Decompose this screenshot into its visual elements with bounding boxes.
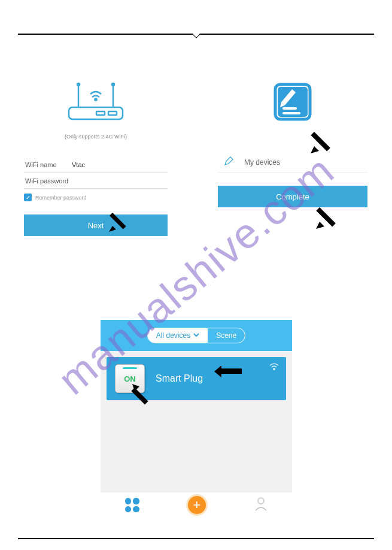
app-screen: All devices Scene ON Smart Plug + (101, 320, 292, 518)
tab-all-devices[interactable]: All devices (148, 328, 208, 343)
device-list: ON Smart Plug (101, 351, 292, 492)
rename-panel: My devices Complete (218, 81, 367, 207)
tab-all-label: All devices (156, 331, 190, 340)
wifi-name-label: WiFi name (25, 161, 66, 168)
pencil-icon[interactable] (224, 156, 233, 168)
wifi-note: (Only supports 2.4G WiFi) (24, 134, 168, 140)
tab-scene[interactable]: Scene (208, 328, 245, 343)
svg-rect-5 (96, 111, 105, 115)
svg-point-1 (77, 83, 80, 86)
arrow-annotation (129, 382, 155, 408)
svg-point-3 (112, 83, 114, 86)
nav-home-icon[interactable] (125, 498, 139, 512)
bottom-nav: + (101, 492, 292, 518)
page-rule-bottom (18, 538, 374, 539)
note-edit-icon (272, 81, 314, 123)
svg-marker-20 (316, 222, 324, 229)
svg-point-15 (258, 498, 264, 504)
next-button[interactable]: Next (24, 214, 168, 236)
remember-label: Remember password (35, 195, 87, 201)
svg-rect-25 (131, 388, 148, 404)
wifi-name-field[interactable]: WiFi name Vtac (24, 158, 168, 173)
tab-segment: All devices Scene (147, 328, 245, 343)
svg-rect-6 (108, 111, 117, 115)
complete-button[interactable]: Complete (218, 186, 367, 207)
remember-checkbox[interactable]: ✓ (24, 194, 32, 201)
app-header: All devices Scene (101, 320, 292, 351)
nav-profile-icon[interactable] (254, 497, 268, 513)
svg-point-7 (95, 98, 96, 100)
wifi-password-field[interactable]: WiFi password (24, 174, 168, 189)
svg-marker-18 (311, 146, 319, 153)
wifi-password-label: WiFi password (25, 177, 68, 185)
wifi-setup-panel: (Only supports 2.4G WiFi) WiFi name Vtac… (24, 81, 168, 236)
wifi-icon (269, 362, 279, 373)
device-card-title: Smart Plug (156, 373, 203, 384)
arrow-annotation (108, 208, 135, 235)
tab-scene-label: Scene (216, 331, 236, 340)
nav-add-button[interactable]: + (188, 496, 206, 514)
svg-marker-16 (109, 226, 116, 232)
remember-row[interactable]: ✓ Remember password (24, 194, 168, 201)
arrow-annotation (214, 358, 243, 382)
router-icon (63, 81, 129, 123)
page-rule-top (18, 34, 374, 35)
chevron-down-icon (193, 331, 199, 340)
arrow-annotation (309, 127, 339, 157)
device-name-row[interactable]: My devices (218, 154, 367, 173)
svg-point-14 (274, 368, 275, 370)
device-name-label: My devices (244, 158, 280, 167)
wifi-name-value: Vtac (72, 161, 85, 168)
arrow-annotation (315, 203, 345, 232)
svg-rect-23 (220, 368, 242, 374)
